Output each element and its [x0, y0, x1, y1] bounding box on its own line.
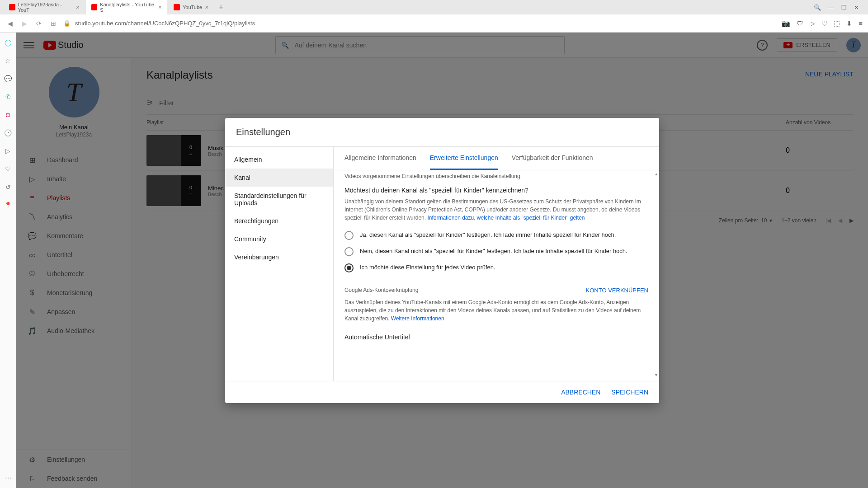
- save-button[interactable]: SPEICHERN: [611, 389, 648, 396]
- settings-nav-vereinbarungen[interactable]: Vereinbarungen: [225, 248, 333, 266]
- shield-icon[interactable]: 🛡: [797, 19, 803, 28]
- browser-tab-1[interactable]: Kanalplaylists - YouTube S ×: [86, 0, 167, 15]
- legal-text: Unabhängig von deinem Standort gelten di…: [344, 197, 648, 222]
- settings-nav-kanal[interactable]: Kanal: [225, 169, 333, 187]
- modal-overlay[interactable]: Einstellungen AllgemeinKanalStandardeins…: [16, 33, 868, 488]
- tab-allgemeine-informationen[interactable]: Allgemeine Informationen: [344, 147, 416, 170]
- window-controls: 🔍 — ❐ ✕: [814, 4, 864, 11]
- camera-icon[interactable]: 📷: [782, 19, 790, 28]
- lock-icon: 🔒: [63, 20, 71, 27]
- kids-question: Möchtest du deinen Kanal als "speziell f…: [344, 187, 648, 194]
- youtube-favicon: [174, 4, 180, 10]
- close-icon[interactable]: ×: [205, 4, 208, 11]
- close-icon[interactable]: ✕: [854, 4, 859, 11]
- speed-dial-icon[interactable]: ⊞: [49, 20, 58, 27]
- pin-icon[interactable]: 📍: [4, 201, 13, 210]
- search-icon[interactable]: 🔍: [814, 4, 821, 11]
- back-icon[interactable]: ◀: [5, 20, 14, 27]
- intro-text: Videos vorgenommene Einstellungen übersc…: [344, 172, 648, 180]
- youtube-favicon: [91, 4, 97, 10]
- link-account-button[interactable]: KONTO VERKNÜPFEN: [586, 287, 648, 294]
- reload-icon[interactable]: ⟳: [34, 20, 43, 27]
- close-icon[interactable]: ×: [158, 4, 162, 11]
- address-bar: ◀ ▶ ⟳ ⊞ 🔒 studio.youtube.com/channel/UCo…: [0, 14, 868, 33]
- content-tabs: Allgemeine InformationenErweiterte Einst…: [334, 147, 659, 170]
- opera-icon[interactable]: ◯: [4, 38, 13, 47]
- ads-title: Google Ads-Kontoverknüpfung: [344, 287, 418, 293]
- more-icon[interactable]: ⋯: [4, 474, 13, 483]
- settings-nav-berechtigungen[interactable]: Berechtigungen: [225, 212, 333, 230]
- ads-text: Das Verknüpfen deines YouTube-Kanals mit…: [344, 298, 648, 323]
- close-icon[interactable]: ×: [76, 4, 80, 11]
- play-icon[interactable]: ▷: [810, 19, 815, 28]
- ads-section: Google Ads-Kontoverknüpfung KONTO VERKNÜ…: [344, 287, 648, 323]
- radio-label: Nein, diesen Kanal nicht als "speziell f…: [360, 247, 627, 255]
- radio-icon: [344, 231, 354, 240]
- opera-sidebar: ◯ ☆ 💬 ✆ ◘ 🕐 ▷ ♡ ↺ 📍 ⋯: [0, 33, 16, 488]
- radio-per-video[interactable]: Ich möchte diese Einstellung für jedes V…: [344, 260, 648, 276]
- browser-tab-2[interactable]: YouTube ×: [168, 1, 214, 14]
- modal-title: Einstellungen: [225, 118, 659, 146]
- settings-nav-standardeinstellungen-für-uploads[interactable]: Standardeinstellungen für Uploads: [225, 187, 333, 212]
- history-icon[interactable]: ↺: [4, 183, 13, 192]
- heart-sidebar-icon[interactable]: ♡: [4, 164, 13, 174]
- content-scroll[interactable]: ▴ Videos vorgenommene Einstellungen über…: [334, 170, 659, 378]
- url-input[interactable]: 🔒 studio.youtube.com/channel/UCocN6zQPHQ…: [63, 20, 776, 27]
- heart-icon[interactable]: ♡: [821, 19, 827, 28]
- menu-icon[interactable]: ≡: [859, 19, 863, 28]
- play-sidebar-icon[interactable]: ▷: [4, 146, 13, 155]
- youtube-favicon: [9, 4, 15, 10]
- new-tab-button[interactable]: +: [215, 3, 227, 12]
- download-icon[interactable]: ⬇: [846, 19, 852, 28]
- radio-icon: [344, 247, 354, 256]
- browser-chrome: LetsPlay1923asda - YouT × Kanalplaylists…: [0, 0, 868, 33]
- settings-nav-community[interactable]: Community: [225, 230, 333, 248]
- tab-verfügbarkeit-der-funktionen[interactable]: Verfügbarkeit der Funktionen: [512, 147, 593, 170]
- subtitle-section: Automatische Untertitel: [344, 333, 648, 341]
- settings-nav-allgemein[interactable]: Allgemein: [225, 150, 333, 169]
- modal-footer: ABBRECHEN SPEICHERN: [225, 381, 659, 403]
- cancel-button[interactable]: ABBRECHEN: [561, 389, 600, 396]
- messenger-icon[interactable]: 💬: [4, 74, 13, 83]
- whatsapp-icon[interactable]: ✆: [4, 92, 13, 101]
- toolbar-icons: 📷 🛡 ▷ ♡ ⬚ ⬇ ≡: [782, 19, 863, 28]
- radio-icon: [344, 263, 354, 272]
- forward-icon[interactable]: ▶: [20, 20, 29, 27]
- maximize-icon[interactable]: ❐: [841, 4, 847, 11]
- ads-more-link[interactable]: Weitere Informationen: [391, 315, 444, 322]
- bookmark-icon[interactable]: ☆: [4, 56, 13, 65]
- browser-tab-0[interactable]: LetsPlay1923asda - YouT ×: [4, 0, 85, 15]
- tab-title: Kanalplaylists - YouTube S: [100, 2, 156, 13]
- settings-modal: Einstellungen AllgemeinKanalStandardeins…: [225, 118, 659, 403]
- cube-icon[interactable]: ⬚: [834, 19, 840, 28]
- app-area: Studio 🔍 Auf deinem Kanal suchen ? ERSTE…: [16, 33, 868, 488]
- radio-label: Ich möchte diese Einstellung für jedes V…: [360, 263, 495, 272]
- tab-title: LetsPlay1923asda - YouT: [18, 2, 73, 13]
- url-text: studio.youtube.com/channel/UCocN6zQPHQZ_…: [75, 20, 255, 27]
- legal-link[interactable]: Informationen dazu, welche Inhalte als "…: [427, 215, 585, 221]
- radio-no-kids[interactable]: Nein, diesen Kanal nicht als "speziell f…: [344, 244, 648, 260]
- tab-bar: LetsPlay1923asda - YouT × Kanalplaylists…: [0, 0, 868, 14]
- clock-icon[interactable]: 🕐: [4, 128, 13, 137]
- modal-content: Allgemeine InformationenErweiterte Einst…: [334, 147, 659, 381]
- scroll-up-icon[interactable]: ▴: [655, 171, 657, 176]
- minimize-icon[interactable]: —: [828, 4, 834, 11]
- radio-label: Ja, diesen Kanal als "speziell für Kinde…: [360, 231, 616, 239]
- scroll-down-icon[interactable]: ▾: [655, 372, 657, 377]
- instagram-icon[interactable]: ◘: [4, 110, 13, 119]
- radio-group: Ja, diesen Kanal als "speziell für Kinde…: [344, 227, 648, 276]
- modal-nav: AllgemeinKanalStandardeinstellungen für …: [225, 147, 334, 381]
- radio-yes-kids[interactable]: Ja, diesen Kanal als "speziell für Kinde…: [344, 227, 648, 244]
- tab-title: YouTube: [183, 5, 202, 10]
- tab-erweiterte-einstellungen[interactable]: Erweiterte Einstellungen: [430, 147, 498, 170]
